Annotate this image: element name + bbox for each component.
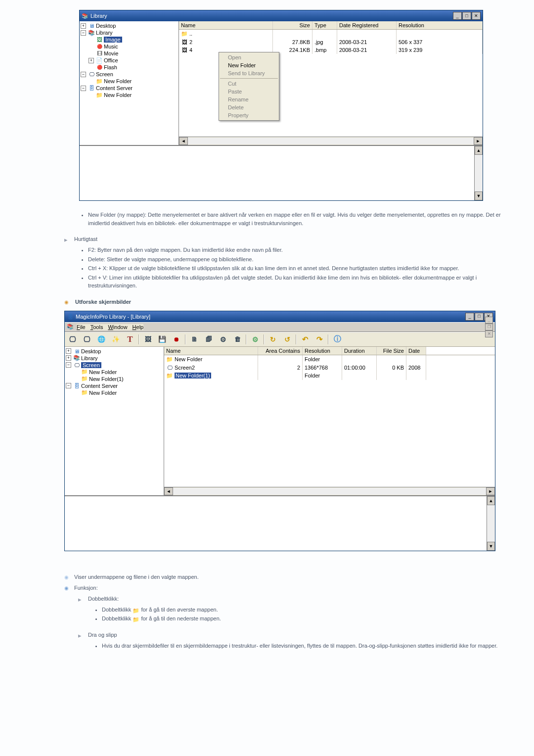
expand-icon[interactable]: + xyxy=(81,23,86,29)
tb-record-icon[interactable] xyxy=(170,333,183,345)
tree-office[interactable]: Office xyxy=(104,57,118,63)
menu-file[interactable]: File xyxy=(77,324,86,330)
tb-config-icon[interactable] xyxy=(249,333,262,345)
col-area[interactable]: Area Contains xyxy=(258,347,303,355)
vertical-scrollbar[interactable]: ▲ ▼ xyxy=(474,146,483,200)
list-row[interactable]: New Folder(1) Folder xyxy=(164,372,495,380)
context-menu[interactable]: Open New Folder Send to Library Cut Past… xyxy=(219,52,279,121)
close-button[interactable]: ✕ xyxy=(472,12,481,20)
collapse-icon[interactable]: − xyxy=(66,362,71,368)
tb-redo-icon[interactable] xyxy=(313,333,326,345)
toolbar[interactable] xyxy=(65,332,495,347)
list-headers[interactable]: Name Area Contains Resolution Duration F… xyxy=(164,347,495,355)
col-type[interactable]: Type xyxy=(312,21,337,29)
funksjon-heading: Funksjon: xyxy=(64,585,509,591)
collapse-icon[interactable]: − xyxy=(66,383,71,388)
list-row[interactable]: Screen2 2 1366*768 01:00:00 0 KB 2008 xyxy=(164,364,495,372)
window-titlebar[interactable]: Library _ □ ✕ xyxy=(80,10,483,21)
scroll-up-icon[interactable]: ▲ xyxy=(475,146,483,155)
tb-rotate-cw-icon[interactable] xyxy=(267,333,279,345)
tree-music[interactable]: Music xyxy=(104,44,118,49)
tb-save-icon[interactable] xyxy=(156,333,169,345)
folder-icon xyxy=(133,615,139,621)
collapse-icon[interactable]: − xyxy=(81,86,86,91)
col-filesize[interactable]: File Size xyxy=(377,347,406,355)
menu-tools[interactable]: Tools xyxy=(90,324,103,330)
doc-restore-button[interactable]: ❐ xyxy=(485,324,493,331)
window-titlebar[interactable]: MagicInfoPro Library - [Library] _ □ ✕ xyxy=(65,311,495,322)
expand-icon[interactable]: + xyxy=(66,348,71,354)
collapse-icon[interactable]: − xyxy=(81,30,86,36)
tb-delete-icon[interactable] xyxy=(231,333,244,345)
tb-screen-alt-icon[interactable] xyxy=(81,333,93,345)
tb-effect-icon[interactable] xyxy=(109,333,122,345)
file-list[interactable]: Name Area Contains Resolution Duration F… xyxy=(164,347,495,495)
tb-network-icon[interactable] xyxy=(95,333,108,345)
tree-desktop[interactable]: Desktop xyxy=(96,23,116,29)
list-headers[interactable]: Name Size Type Date Registered Resolutio… xyxy=(179,21,483,30)
tb-settings-icon[interactable] xyxy=(217,333,229,345)
list-row[interactable]: 2 27.8KB .jpg 2008-03-21 506 x 337 xyxy=(179,38,483,46)
expand-icon[interactable]: + xyxy=(66,355,71,361)
list-row[interactable]: .. xyxy=(179,30,483,38)
col-name[interactable]: Name xyxy=(179,21,273,29)
menu-window[interactable]: Window xyxy=(108,324,127,330)
tb-rotate-ccw-icon[interactable] xyxy=(281,333,294,345)
expand-icon[interactable]: + xyxy=(89,58,94,63)
col-resolution[interactable]: Resolution xyxy=(303,347,342,355)
horizontal-scrollbar[interactable]: ◄ ► xyxy=(179,137,483,145)
col-size[interactable]: Size xyxy=(273,21,312,29)
maximize-button[interactable]: □ xyxy=(475,313,484,321)
ctx-send: Send to Library xyxy=(219,69,279,77)
scroll-down-icon[interactable]: ▼ xyxy=(475,191,483,200)
doc-minimize-button[interactable]: _ xyxy=(485,317,493,324)
scroll-down-icon[interactable]: ▼ xyxy=(487,542,495,551)
collapse-icon[interactable]: − xyxy=(81,72,86,77)
scroll-left-icon[interactable]: ◄ xyxy=(179,137,188,145)
maximize-button[interactable]: □ xyxy=(462,12,471,20)
tb-paste-icon[interactable] xyxy=(202,333,215,345)
scroll-up-icon[interactable]: ▲ xyxy=(487,496,495,505)
tree-movie[interactable]: Movie xyxy=(104,50,118,56)
menu-bar[interactable]: File Tools Window Help xyxy=(77,324,143,330)
file-list[interactable]: Name Size Type Date Registered Resolutio… xyxy=(179,21,483,145)
tree-library[interactable]: Library xyxy=(96,30,113,36)
vertical-scrollbar[interactable]: ▲ ▼ xyxy=(487,496,495,551)
tb-screen-icon[interactable] xyxy=(66,333,79,345)
tb-copy-icon[interactable] xyxy=(188,333,201,345)
minimize-button[interactable]: _ xyxy=(465,313,474,321)
menu-help[interactable]: Help xyxy=(133,324,144,330)
ctx-new-folder[interactable]: New Folder xyxy=(219,61,279,69)
tb-undo-icon[interactable] xyxy=(299,333,312,345)
tree-content-server[interactable]: Content Server xyxy=(96,85,133,91)
tree-content-server[interactable]: Content Server xyxy=(81,383,118,389)
tree-new-folder-1[interactable]: New Folder(1) xyxy=(89,376,124,382)
col-duration[interactable]: Duration xyxy=(342,347,377,355)
tb-text-icon[interactable] xyxy=(124,333,136,345)
minimize-button[interactable]: _ xyxy=(453,12,462,20)
tb-image-icon[interactable] xyxy=(141,333,154,345)
tree-new-folder[interactable]: New Folder xyxy=(104,92,132,98)
scroll-left-icon[interactable]: ◄ xyxy=(164,487,173,495)
doc-close-button[interactable]: ✕ xyxy=(485,331,493,337)
col-resolution[interactable]: Resolution xyxy=(397,21,483,29)
tree-library[interactable]: Library xyxy=(81,355,98,361)
horizontal-scrollbar[interactable]: ◄ ► xyxy=(164,487,495,495)
scroll-right-icon[interactable]: ► xyxy=(474,137,483,145)
tree-image[interactable]: Image xyxy=(104,37,122,43)
list-row[interactable]: New Folder Folder xyxy=(164,355,495,364)
folder-tree[interactable]: +Desktop +Library −Screen New Folder New… xyxy=(65,347,164,495)
tree-desktop[interactable]: Desktop xyxy=(81,348,101,354)
tree-screen[interactable]: Screen xyxy=(81,362,101,368)
col-date[interactable]: Date xyxy=(406,347,426,355)
tb-info-icon[interactable] xyxy=(331,333,344,345)
scroll-right-icon[interactable]: ► xyxy=(486,487,495,495)
col-name[interactable]: Name xyxy=(164,347,258,355)
tree-new-folder[interactable]: New Folder xyxy=(104,78,132,84)
col-date[interactable]: Date Registered xyxy=(337,21,397,29)
tree-new-folder[interactable]: New Folder xyxy=(89,390,117,396)
folder-tree[interactable]: +Desktop −Library Image Music Movie +Off… xyxy=(80,21,179,145)
tree-new-folder[interactable]: New Folder xyxy=(89,369,117,375)
tree-flash[interactable]: Flash xyxy=(104,64,117,70)
tree-screen[interactable]: Screen xyxy=(96,71,113,77)
